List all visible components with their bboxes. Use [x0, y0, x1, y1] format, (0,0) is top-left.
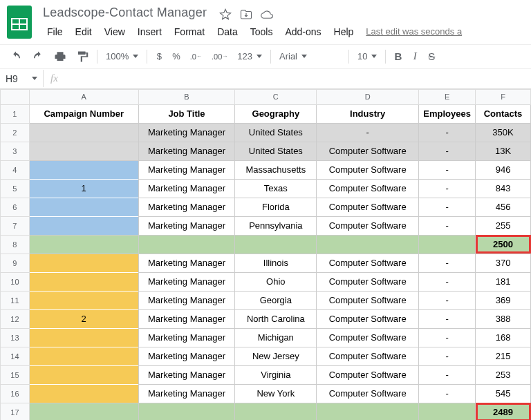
col-header-A[interactable]: A	[29, 89, 138, 104]
header-cell[interactable]: Employees	[419, 104, 476, 123]
number-format-dropdown[interactable]: 123	[233, 48, 266, 64]
row-header[interactable]: 2	[1, 123, 30, 142]
row-header[interactable]: 9	[1, 254, 30, 272]
cell[interactable]: Florida	[235, 198, 317, 216]
row-header[interactable]: 4	[1, 160, 30, 179]
cell[interactable]: 369	[476, 291, 531, 309]
col-header-C[interactable]: C	[235, 89, 317, 104]
cell[interactable]	[29, 365, 138, 384]
cell[interactable]	[29, 384, 138, 403]
dec-decrease-button[interactable]: .0←	[186, 50, 206, 64]
doc-title[interactable]: Leadscope-Contact Manager	[41, 4, 207, 21]
cell[interactable]	[29, 198, 138, 216]
redo-icon[interactable]	[28, 48, 48, 66]
cell[interactable]: Marketing Manager	[138, 291, 235, 309]
font-dropdown[interactable]: Arial	[275, 48, 344, 64]
row-header[interactable]: 11	[1, 291, 30, 309]
row-header[interactable]: 16	[1, 384, 30, 403]
row-header[interactable]: 3	[1, 142, 30, 160]
cell[interactable]: Marketing Manager	[138, 216, 235, 235]
menu-view[interactable]: View	[99, 23, 131, 40]
row-header[interactable]: 15	[1, 365, 30, 384]
cell[interactable]: -	[419, 328, 476, 347]
cell[interactable]: Computer Software	[317, 160, 419, 179]
cell[interactable]: 255	[476, 216, 531, 235]
cell[interactable]: -	[419, 365, 476, 384]
cell[interactable]: Marketing Manager	[138, 272, 235, 291]
cell[interactable]	[29, 291, 138, 309]
dec-increase-button[interactable]: .00→	[207, 50, 232, 64]
cell[interactable]	[419, 235, 476, 254]
cell[interactable]: Computer Software	[317, 347, 419, 365]
cell[interactable]	[29, 328, 138, 347]
cell[interactable]	[419, 403, 476, 420]
header-cell[interactable]: Industry	[317, 104, 419, 123]
cell[interactable]: Computer Software	[317, 384, 419, 403]
italic-button[interactable]: I	[407, 48, 422, 65]
cell[interactable]: Pennsylvania	[235, 216, 317, 235]
cell[interactable]: North Carolina	[235, 309, 317, 328]
row-header[interactable]: 17	[1, 403, 30, 420]
star-icon[interactable]	[219, 8, 232, 21]
fontsize-dropdown[interactable]: 10	[353, 48, 381, 64]
cell[interactable]: -	[419, 198, 476, 216]
cell[interactable]: Virginia	[235, 365, 317, 384]
bold-button[interactable]: B	[390, 48, 406, 65]
zoom-dropdown[interactable]: 100%	[102, 48, 142, 64]
cell[interactable]: 388	[476, 309, 531, 328]
menu-file[interactable]: File	[41, 23, 68, 40]
header-cell[interactable]: Job Title	[138, 104, 235, 123]
cell[interactable]: Marketing Manager	[138, 347, 235, 365]
cell[interactable]: Computer Software	[317, 216, 419, 235]
cell[interactable]: 456	[476, 198, 531, 216]
cell[interactable]: Marketing Manager	[138, 384, 235, 403]
col-header-B[interactable]: B	[138, 89, 235, 104]
cell[interactable]	[29, 254, 138, 272]
cell[interactable]	[29, 272, 138, 291]
cell[interactable]: Georgia	[235, 291, 317, 309]
cell[interactable]: Illinois	[235, 254, 317, 272]
cell[interactable]: 350K	[476, 123, 531, 142]
cell[interactable]	[29, 160, 138, 179]
cell[interactable]: Computer Software	[317, 254, 419, 272]
last-edit-link[interactable]: Last edit was seconds a	[360, 23, 467, 40]
cell[interactable]: 215	[476, 347, 531, 365]
cell[interactable]: Computer Software	[317, 365, 419, 384]
menu-format[interactable]: Format	[169, 23, 210, 40]
cell[interactable]: -	[419, 272, 476, 291]
cell[interactable]: Marketing Manager	[138, 160, 235, 179]
col-header-F[interactable]: F	[476, 89, 531, 104]
cell[interactable]: -	[419, 384, 476, 403]
cell[interactable]: 2	[29, 309, 138, 328]
cell[interactable]: Marketing Manager	[138, 328, 235, 347]
row-header[interactable]: 12	[1, 309, 30, 328]
cell[interactable]: 181	[476, 272, 531, 291]
row-header[interactable]: 14	[1, 347, 30, 365]
cell[interactable]: Computer Software	[317, 309, 419, 328]
cell[interactable]: Marketing Manager	[138, 254, 235, 272]
cell[interactable]	[235, 235, 317, 254]
cell[interactable]: Ohio	[235, 272, 317, 291]
cell[interactable]: Marketing Manager	[138, 365, 235, 384]
cell[interactable]: -	[419, 123, 476, 142]
row-header[interactable]: 5	[1, 179, 30, 198]
cell[interactable]: Computer Software	[317, 179, 419, 198]
cell[interactable]: New Jersey	[235, 347, 317, 365]
cell[interactable]: 946	[476, 160, 531, 179]
cell[interactable]	[317, 235, 419, 254]
cell[interactable]: -	[419, 142, 476, 160]
cell[interactable]: 545	[476, 384, 531, 403]
cell[interactable]: -	[317, 123, 419, 142]
cell[interactable]	[29, 216, 138, 235]
cell[interactable]: 13K	[476, 142, 531, 160]
strike-button[interactable]: S	[424, 48, 439, 65]
cell[interactable]: -	[419, 160, 476, 179]
cell[interactable]: -	[419, 254, 476, 272]
move-icon[interactable]	[240, 8, 252, 21]
cell[interactable]: Marketing Manager	[138, 142, 235, 160]
cell[interactable]	[29, 403, 138, 420]
name-box[interactable]: H9	[0, 69, 43, 88]
undo-icon[interactable]	[6, 48, 26, 66]
cell[interactable]: United States	[235, 123, 317, 142]
col-header-D[interactable]: D	[317, 89, 419, 104]
